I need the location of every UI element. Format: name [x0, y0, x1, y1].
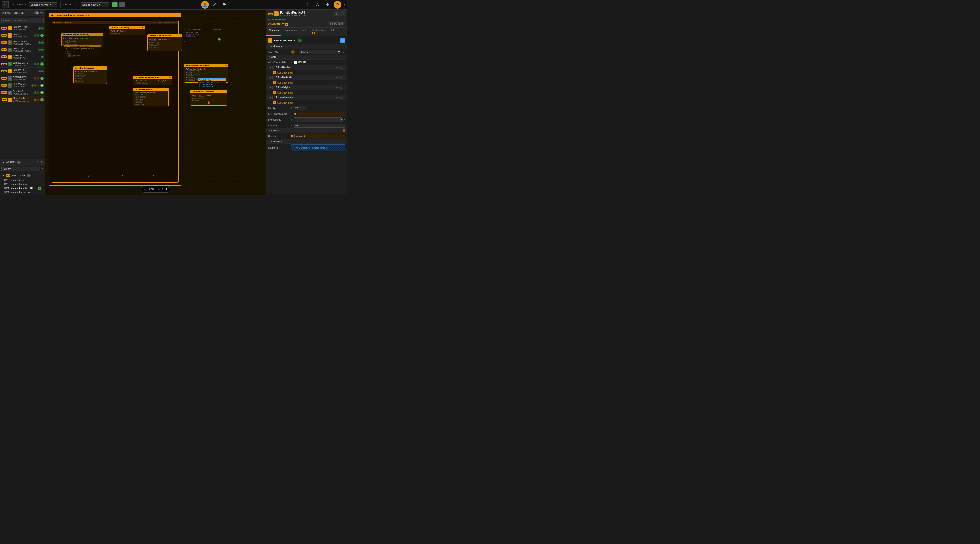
- component-close-btn[interactable]: ✕: [285, 23, 288, 27]
- aws-section-header[interactable]: ▼ aws AWS Lambda 4: [0, 173, 45, 178]
- add-component-btn[interactable]: +: [40, 98, 44, 102]
- allowmethods-section[interactable]: ▶ [ ] AllowMethods (empty) i: [266, 75, 347, 80]
- right-panel: aws 🔗 FunctionPublicUrl AWS Lambda Funct…: [266, 10, 347, 195]
- add-component-btn[interactable]: +: [40, 62, 44, 66]
- settings-btn[interactable]: ⚙: [324, 1, 331, 9]
- node-lambda-repo[interactable]: ▣ lambda-how-to-repository AWS ECR Priva…: [62, 33, 103, 46]
- tab-attributes[interactable]: Attributes: [266, 28, 281, 36]
- add-resource-btn[interactable]: +: [334, 11, 339, 16]
- search-input[interactable]: [2, 18, 44, 23]
- filter-icon[interactable]: ⚗: [40, 11, 43, 15]
- qualifier-input[interactable]: [294, 124, 345, 128]
- delete-button[interactable]: ✕: [119, 2, 125, 7]
- discord-btn[interactable]: ⬡: [313, 1, 321, 9]
- alloworigins-plus-icon[interactable]: +: [273, 91, 276, 94]
- tab-add[interactable]: +: [337, 28, 343, 36]
- allowmethods-info[interactable]: i: [345, 76, 345, 79]
- authtype-select[interactable]: NONE: [299, 49, 342, 54]
- cors-section-header[interactable]: ▼ Cors: [266, 55, 347, 60]
- add-component-btn[interactable]: +: [40, 91, 44, 94]
- secrets-section-header[interactable]: ▼ ■ secrets: [266, 139, 347, 144]
- authtype-check-icon[interactable]: ✓: [343, 50, 345, 54]
- tab-qualifications[interactable]: Qualifications 1: [310, 28, 329, 36]
- exposeheaders-plus-icon[interactable]: +: [273, 101, 276, 104]
- nav-view-btn[interactable]: 👁: [220, 1, 228, 9]
- component-item[interactable]: aws 📦 lambda-how-... AWS ECR Privat... ✓…: [0, 39, 45, 46]
- component-item[interactable]: aws 📦 lambda-ho... AWS ECR Privat... ✓ ✓: [0, 46, 45, 53]
- assets-filter-icon[interactable]: ⚗: [40, 160, 43, 164]
- maxage-input[interactable]: [294, 106, 306, 110]
- canvas-area[interactable]: ▣ si-tools-sandbox AWS Credential: 1 ▣ u…: [45, 10, 266, 195]
- component-item[interactable]: aws 🔑 LambdaTru... AWS IAM Polic... ✓ ✓ …: [0, 32, 45, 39]
- profile-btn[interactable]: P: [334, 1, 341, 9]
- zoom-in-btn[interactable]: +: [158, 187, 160, 192]
- allowheaders-section[interactable]: ▶ [ ] AllowHeaders (empty) i: [266, 65, 347, 70]
- resource-tab-btn[interactable]: RESOURCE: [328, 22, 345, 27]
- exposeheaders-add-btn[interactable]: + Add array item: [273, 100, 293, 105]
- assets-search-input[interactable]: [2, 167, 40, 171]
- nav-components-btn[interactable]: 👤: [201, 1, 209, 9]
- node-hello-world[interactable]: HelloWorldNodeFunction + AWS Lambda Func…: [184, 64, 228, 82]
- component-item-active[interactable]: aws 🔗 FunctionPu... AWS Lambda ... ✓ ✕ +: [0, 96, 45, 103]
- component-item[interactable]: aws 🔗 FunctionPu... AWS Lambda... ✓ ! +: [0, 89, 45, 96]
- extra-section-header[interactable]: ▼ ■ extra i: [266, 128, 347, 133]
- help-btn[interactable]: ?: [304, 1, 311, 9]
- zoom-help-btn[interactable]: ?: [162, 188, 164, 191]
- alloworigins-section[interactable]: ▶ [ ] AllowOrigins (empty) i: [266, 85, 347, 90]
- assets-header[interactable]: ▼ ASSETS 4 ? ⚗: [0, 159, 45, 166]
- aws-item-function-url[interactable]: AWS Lambda Function URL 1: [0, 186, 45, 190]
- component-item[interactable]: aws 🔑 Lambda-Trus... AWS IAM Role ✓ ✓: [0, 25, 45, 32]
- node-allow-lambda[interactable]: AllowLambdaAccess AWS IAM Policy Stateme…: [73, 66, 107, 84]
- node-lambda-trust-policy[interactable]: Lambda Trust Policy + AWS IAM Role: 1 St…: [109, 26, 145, 35]
- allowheaders-plus-icon[interactable]: +: [273, 71, 276, 74]
- zoom-out-btn[interactable]: −: [143, 187, 146, 192]
- add-component-btn[interactable]: +: [40, 84, 44, 87]
- tab-debug[interactable]: Debug: [343, 28, 347, 36]
- save-button[interactable]: ↑: [112, 2, 118, 7]
- node-ecr-role[interactable]: LambdaECRExecutionRole + AWS IAM Custome…: [133, 76, 172, 85]
- functionname-dot: [294, 113, 296, 115]
- node-lambda-perm[interactable]: LambdaPermission AWS IAM Policy Statemen…: [133, 88, 169, 106]
- component-item[interactable]: aws 🔑 AllowLam... AWS IAM Poli... ✓: [0, 53, 45, 60]
- assets-title: ASSETS: [6, 161, 16, 164]
- tab-connections[interactable]: Connections: [281, 28, 299, 36]
- exposeheaders-section[interactable]: ▶ [ ] ExposeHeaders (empty) i: [266, 95, 347, 100]
- node-function-perm[interactable]: FunctionPublicPermissi AWS Lambda Permis…: [190, 90, 227, 106]
- add-component-btn[interactable]: +: [40, 77, 44, 80]
- aws-section-title: AWS Lambda: [11, 174, 26, 177]
- allowcredentials-checkbox[interactable]: [294, 61, 297, 64]
- node-function-public-url[interactable]: FunctionPublicUrl AWS Lambda Function UR…: [197, 78, 226, 88]
- alloworigins-add-btn[interactable]: + Add array item: [273, 90, 293, 95]
- component-item[interactable]: aws 🔑 LambdaPer... AWS IAM Polic... ✓ ✓: [0, 68, 45, 75]
- add-component-btn[interactable]: +: [40, 34, 44, 37]
- aws-item-function[interactable]: AWS Lambda Function: [0, 182, 45, 186]
- allowheaders-info[interactable]: i: [345, 66, 345, 69]
- component-item[interactable]: aws 🌐 HelloWorldN... AWS Lambda Fu... ✓ …: [0, 82, 45, 89]
- component-item[interactable]: aws 🔧 LambdaECR... AWS IAM Custo... ✓ ✓ …: [0, 60, 45, 68]
- allowheaders-add-btn[interactable]: + Add array item: [273, 70, 293, 75]
- exposeheaders-info[interactable]: i: [345, 96, 345, 99]
- allowmethods-plus-icon[interactable]: +: [273, 81, 276, 84]
- allowmethods-add-btn[interactable]: + Add array item: [273, 81, 293, 85]
- more-resource-btn[interactable]: ⋮: [340, 11, 345, 16]
- zoom-download-btn[interactable]: ⬇: [165, 188, 168, 191]
- extra-badge[interactable]: i: [343, 129, 345, 132]
- allowmethods-add-row: ↳ + Add array item: [266, 80, 347, 85]
- workspace-select[interactable]: Lambda how-to ▾: [29, 2, 57, 7]
- tab-diff[interactable]: Diff: [329, 28, 337, 36]
- node-lambda-trust-policy-state[interactable]: LambdaTrustPolicyState AWS IAM Policy St…: [147, 34, 182, 51]
- sandbox-header: ▣ si-tools-sandbox AWS Credential: 1: [49, 14, 181, 17]
- changeset-select[interactable]: Lambda Infra ▾: [81, 2, 110, 7]
- domain-section-header[interactable]: ▼ ■ domain: [266, 44, 347, 49]
- workspace-label: WORKSPACE:: [11, 3, 27, 6]
- node-attach-ecr[interactable]: Attach Lambda ECR RoleName AWS IAM Polic…: [184, 28, 222, 42]
- aws-item-alias[interactable]: AWS Lambda Alias: [0, 178, 45, 182]
- component-item[interactable]: aws 📎 Attach Lamb... AWS IAM Role P... !…: [0, 75, 45, 82]
- aws-item-permission[interactable]: AWS Lambda Permission: [0, 190, 45, 195]
- invokemode-select[interactable]: [294, 117, 343, 122]
- node-repo-policy[interactable]: lambda-how-to-repository policy AWS ECR …: [64, 45, 101, 59]
- 3d-view-btn[interactable]: ⬡: [340, 38, 345, 43]
- tab-code[interactable]: Code: [299, 28, 310, 36]
- nav-lab-btn[interactable]: 🧪: [211, 1, 218, 9]
- alloworigins-info[interactable]: i: [345, 86, 345, 89]
